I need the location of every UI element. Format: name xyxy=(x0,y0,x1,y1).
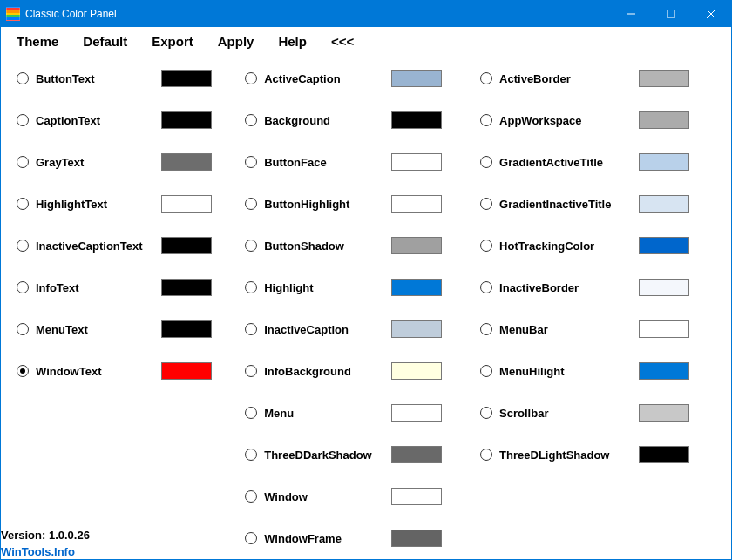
color-radio[interactable] xyxy=(17,114,29,126)
color-swatch[interactable] xyxy=(161,153,212,171)
color-swatch[interactable] xyxy=(161,320,212,338)
color-label[interactable]: ThreeDLightShadow xyxy=(499,449,635,462)
color-label[interactable]: Background xyxy=(264,114,388,127)
menu-export[interactable]: Export xyxy=(152,34,193,49)
menu-help[interactable]: Help xyxy=(278,34,307,49)
color-swatch[interactable] xyxy=(161,70,212,87)
color-label[interactable]: CaptionText xyxy=(36,114,158,127)
color-radio[interactable] xyxy=(245,198,257,210)
color-radio[interactable] xyxy=(245,72,257,84)
color-label[interactable]: MenuBar xyxy=(499,323,635,336)
color-radio[interactable] xyxy=(245,240,257,252)
color-label[interactable]: GradientInactiveTitle xyxy=(499,198,635,211)
color-radio[interactable] xyxy=(245,449,257,461)
color-radio[interactable] xyxy=(245,532,257,544)
color-radio[interactable] xyxy=(480,281,492,293)
color-label[interactable]: ActiveBorder xyxy=(499,72,635,85)
color-label[interactable]: MenuHilight xyxy=(499,365,635,378)
color-swatch[interactable] xyxy=(639,362,689,380)
color-swatch[interactable] xyxy=(391,111,442,129)
minimize-button[interactable] xyxy=(611,1,651,27)
close-button[interactable] xyxy=(691,1,731,27)
color-label[interactable]: ButtonFace xyxy=(264,156,388,169)
color-label[interactable]: ActiveCaption xyxy=(264,72,388,85)
color-swatch[interactable] xyxy=(639,320,689,338)
color-swatch[interactable] xyxy=(161,195,212,213)
color-radio[interactable] xyxy=(245,323,257,335)
color-swatch[interactable] xyxy=(391,153,442,171)
color-swatch[interactable] xyxy=(391,195,442,213)
color-swatch[interactable] xyxy=(161,362,212,380)
color-label[interactable]: Scrollbar xyxy=(499,407,635,420)
color-radio[interactable] xyxy=(245,156,257,168)
menu-apply[interactable]: Apply xyxy=(218,34,254,49)
color-label[interactable]: InfoBackground xyxy=(264,365,388,378)
color-label[interactable]: Menu xyxy=(264,407,388,420)
color-label[interactable]: WindowFrame xyxy=(264,532,388,545)
color-label[interactable]: ButtonText xyxy=(36,72,158,85)
color-swatch[interactable] xyxy=(639,237,689,254)
color-label[interactable]: WindowText xyxy=(36,365,158,378)
color-radio[interactable] xyxy=(480,365,492,377)
color-radio[interactable] xyxy=(17,198,29,210)
color-radio[interactable] xyxy=(245,365,257,377)
color-swatch[interactable] xyxy=(391,70,442,87)
color-label[interactable]: ButtonShadow xyxy=(264,240,388,253)
menu-theme[interactable]: Theme xyxy=(17,34,58,49)
color-swatch[interactable] xyxy=(639,153,689,171)
color-label[interactable]: HotTrackingColor xyxy=(499,240,635,253)
color-swatch[interactable] xyxy=(391,237,442,254)
color-swatch[interactable] xyxy=(391,279,442,296)
color-label[interactable]: ButtonHighlight xyxy=(264,198,388,211)
color-swatch[interactable] xyxy=(391,446,442,463)
maximize-button[interactable] xyxy=(651,1,691,27)
menu-default[interactable]: Default xyxy=(83,34,127,49)
menu-collapse[interactable]: <<< xyxy=(331,34,354,49)
color-radio[interactable] xyxy=(480,407,492,419)
color-swatch[interactable] xyxy=(639,195,689,213)
color-radio[interactable] xyxy=(480,114,492,126)
color-swatch[interactable] xyxy=(639,446,689,463)
color-label[interactable]: InactiveCaption xyxy=(264,323,388,336)
color-radio[interactable] xyxy=(17,240,29,252)
color-label[interactable]: ThreeDDarkShadow xyxy=(264,449,388,462)
color-radio[interactable] xyxy=(245,281,257,293)
color-radio[interactable] xyxy=(245,407,257,419)
color-radio[interactable] xyxy=(480,449,492,461)
color-label[interactable]: AppWorkspace xyxy=(499,114,635,127)
color-swatch[interactable] xyxy=(639,111,689,129)
color-swatch[interactable] xyxy=(639,70,689,87)
color-swatch[interactable] xyxy=(161,237,212,254)
color-radio[interactable] xyxy=(17,281,29,293)
color-swatch[interactable] xyxy=(391,488,442,505)
color-swatch[interactable] xyxy=(391,362,442,380)
color-radio[interactable] xyxy=(17,72,29,84)
color-swatch[interactable] xyxy=(391,320,442,338)
color-swatch[interactable] xyxy=(391,530,442,547)
color-label[interactable]: GradientActiveTitle xyxy=(499,156,635,169)
color-swatch[interactable] xyxy=(391,404,442,422)
color-radio[interactable] xyxy=(480,323,492,335)
color-radio[interactable] xyxy=(480,240,492,252)
color-label[interactable]: InactiveCaptionText xyxy=(36,240,158,253)
wintools-link[interactable]: WinTools.Info xyxy=(1,544,90,560)
color-radio[interactable] xyxy=(17,156,29,168)
color-label[interactable]: HighlightText xyxy=(36,198,158,211)
color-swatch[interactable] xyxy=(161,111,212,129)
color-radio[interactable] xyxy=(480,198,492,210)
color-label[interactable]: Window xyxy=(264,490,388,503)
color-radio[interactable] xyxy=(480,72,492,84)
color-label[interactable]: Highlight xyxy=(264,281,388,294)
color-radio[interactable] xyxy=(17,365,29,377)
color-label[interactable]: MenuText xyxy=(36,323,158,336)
color-swatch[interactable] xyxy=(639,404,689,422)
color-label[interactable]: InactiveBorder xyxy=(499,281,635,294)
color-label[interactable]: InfoText xyxy=(36,281,158,294)
color-swatch[interactable] xyxy=(639,279,689,296)
color-swatch[interactable] xyxy=(161,279,212,296)
color-label[interactable]: GrayText xyxy=(36,156,158,169)
color-radio[interactable] xyxy=(245,114,257,126)
color-radio[interactable] xyxy=(480,156,492,168)
color-radio[interactable] xyxy=(245,490,257,503)
color-radio[interactable] xyxy=(17,323,29,335)
